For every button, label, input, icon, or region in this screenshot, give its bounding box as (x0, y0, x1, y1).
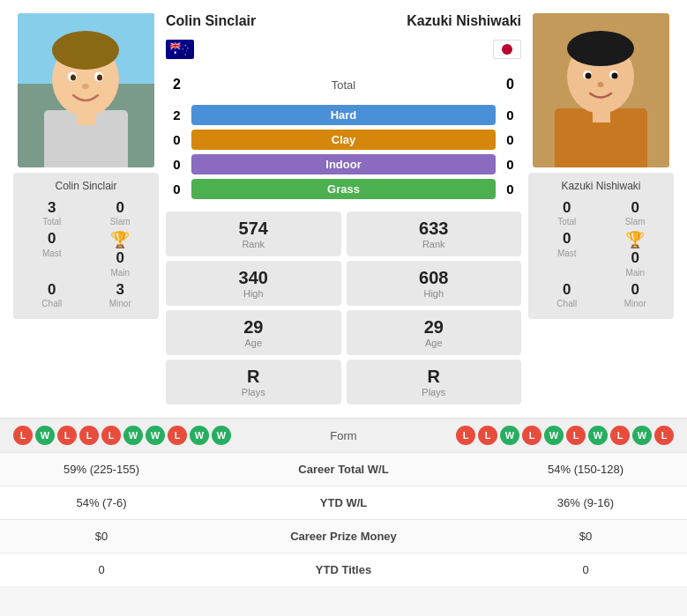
right-mast-cell: 0 Mast (535, 230, 599, 277)
right-flag (493, 40, 521, 63)
right-total-cell: 0 Total (535, 199, 599, 226)
right-rank-val: 633 (347, 219, 522, 239)
right-form-badge-w: W (500, 426, 519, 445)
svg-point-14 (567, 31, 634, 66)
left-plays-box: R Plays (166, 360, 341, 404)
grass-row: 0 Grass 0 (166, 179, 521, 199)
right-form-badge-l: L (566, 426, 586, 445)
right-form-badge-l: L (478, 426, 497, 445)
left-main-lbl: Main (89, 268, 153, 278)
bs-label-2: Career Prize Money (190, 530, 497, 543)
right-form-badge-l: L (522, 426, 541, 445)
right-player-col: Kazuki Nishiwaki 0 Total 0 Slam 0 Mast (528, 13, 674, 404)
right-chall-lbl: Chall (535, 299, 599, 308)
right-high-lbl: High (347, 288, 522, 299)
right-total-lbl: Total (535, 217, 599, 226)
right-main-val: 0 (604, 249, 668, 267)
left-minor-lbl: Minor (89, 299, 153, 308)
bs-left-val-0: 59% (225-155) (13, 463, 190, 476)
left-form-badge-l: L (101, 426, 121, 445)
right-high-val: 608 (347, 268, 522, 288)
form-label: Form (300, 429, 388, 442)
left-slam-lbl: Slam (89, 217, 153, 226)
right-trophy-icon: 🏆 (625, 231, 645, 249)
right-minor-val: 0 (604, 281, 668, 299)
right-plays-box: R Plays (347, 360, 522, 404)
bottom-stat-row-2: $0Career Prize Money$0 (0, 519, 687, 553)
indoor-button[interactable]: Indoor (191, 154, 496, 174)
right-slam-val: 0 (604, 199, 668, 217)
left-form-badges: LWLLLWWLWW (13, 426, 231, 445)
indoor-left-score: 0 (166, 157, 188, 172)
left-rank-box: 574 Rank (166, 212, 341, 256)
left-total-cell: 3 Total (20, 199, 84, 226)
svg-point-8 (97, 75, 102, 81)
left-form-badge-w: W (212, 426, 231, 445)
right-player-name-center: Kazuki Nishiwaki (344, 13, 522, 29)
bottom-stat-row-3: 0YTD Titles0 (0, 553, 687, 586)
bs-label-0: Career Total W/L (190, 463, 497, 476)
right-stats-row1: 0 Total 0 Slam (535, 199, 667, 226)
svg-point-7 (71, 75, 76, 81)
left-form-badge-w: W (35, 426, 55, 445)
left-minor-cell: 3 Minor (89, 281, 153, 308)
grass-button[interactable]: Grass (191, 179, 496, 199)
left-rank-lbl: Rank (166, 239, 341, 249)
total-right-score: 0 (499, 77, 521, 93)
bs-label-1: YTD W/L (190, 496, 497, 509)
bs-label-3: YTD Titles (190, 563, 497, 576)
clay-row: 0 Clay 0 (166, 130, 521, 150)
main-container: Colin Sinclair 3 Total 0 Slam 0 Mast (0, 0, 687, 586)
right-minor-lbl: Minor (604, 299, 668, 308)
left-mast-cell: 0 Mast (20, 230, 84, 277)
left-high-val: 340 (166, 268, 341, 288)
bs-right-val-1: 36% (9-16) (497, 496, 674, 509)
left-slam-val: 0 (89, 199, 153, 217)
right-center-stats: 633 Rank 608 High 29 Age R Plays (347, 212, 522, 404)
left-total-lbl: Total (20, 217, 84, 226)
left-player-info-box: Colin Sinclair 3 Total 0 Slam 0 Mast (13, 173, 159, 319)
right-form-badge-l: L (456, 426, 475, 445)
svg-point-18 (612, 73, 618, 79)
right-stats-row3: 0 Chall 0 Minor (535, 281, 667, 308)
right-form-badge-w: W (544, 426, 564, 445)
left-form-badge-w: W (123, 426, 143, 445)
bs-right-val-0: 54% (150-128) (497, 463, 674, 476)
left-form-badge-l: L (13, 426, 33, 445)
australia-flag-icon: 🇦🇺 (166, 40, 194, 59)
left-player-photo (18, 13, 154, 167)
svg-point-9 (82, 84, 89, 89)
left-form-badge-l: L (57, 426, 77, 445)
left-stats-row2: 0 Mast 🏆 0 Main (20, 230, 152, 277)
left-chall-lbl: Chall (20, 299, 84, 308)
bs-left-val-2: $0 (13, 530, 190, 543)
right-age-lbl: Age (347, 338, 522, 348)
clay-button[interactable]: Clay (191, 130, 496, 150)
left-main-val: 0 (89, 249, 153, 267)
left-slam-cell: 0 Slam (89, 199, 153, 226)
left-trophy-icon: 🏆 (110, 231, 130, 249)
left-chall-cell: 0 Chall (20, 281, 84, 308)
hard-right-score: 0 (499, 108, 521, 122)
grass-left-score: 0 (166, 182, 188, 197)
hard-button[interactable]: Hard (191, 105, 496, 125)
top-section: Colin Sinclair 3 Total 0 Slam 0 Mast (0, 0, 687, 418)
right-slam-cell: 0 Slam (604, 199, 668, 226)
svg-rect-20 (593, 110, 610, 122)
clay-left-score: 0 (166, 132, 188, 147)
indoor-row: 0 Indoor 0 (166, 154, 521, 174)
total-left-score: 2 (166, 77, 188, 93)
left-trophy-cell: 🏆 0 Main (89, 230, 153, 277)
left-stats-row3: 0 Chall 3 Minor (20, 281, 152, 308)
form-section: LWLLLWWLWW Form LLWLWLWLWL (0, 418, 687, 452)
total-row: 2 Total 0 (166, 77, 521, 93)
svg-point-19 (598, 82, 604, 87)
hard-left-score: 2 (166, 108, 188, 122)
right-mast-val: 0 (535, 230, 599, 248)
right-player-name-label: Kazuki Nishiwaki (535, 180, 667, 192)
left-form-badge-l: L (168, 426, 187, 445)
left-player-name-label: Colin Sinclair (20, 180, 152, 192)
left-mast-lbl: Mast (20, 249, 84, 258)
surface-rows: 2 Hard 0 0 Clay 0 0 Indoor 0 0 Grass (166, 105, 521, 199)
right-player-photo (533, 13, 669, 167)
